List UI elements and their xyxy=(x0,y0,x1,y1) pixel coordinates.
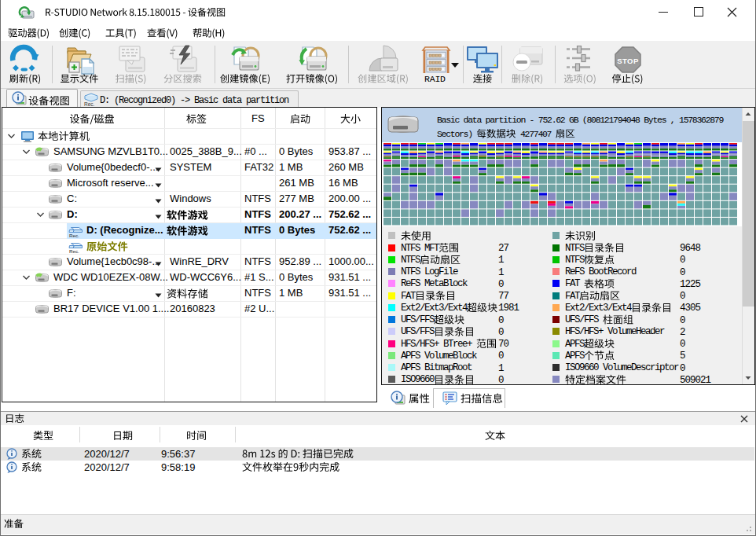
svg-text:Rec.: Rec. xyxy=(69,233,79,237)
svg-text:STOP: STOP xyxy=(617,57,639,65)
svg-text:Rec.: Rec. xyxy=(69,248,79,253)
svg-text:Rec.: Rec. xyxy=(84,101,95,107)
